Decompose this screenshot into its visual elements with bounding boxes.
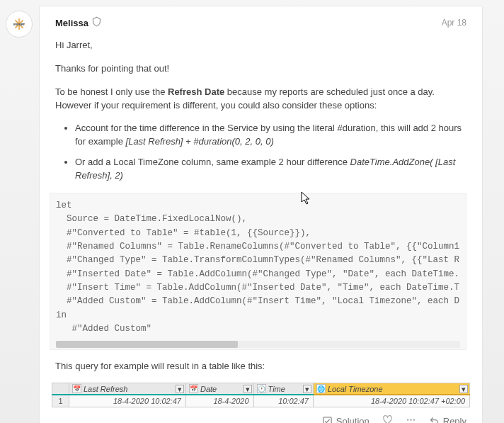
date-type-icon: 📅 (189, 384, 198, 393)
svg-point-3 (407, 419, 409, 422)
cell: 18-4-2020 10:02:47 +02:00 (314, 395, 470, 407)
cell: 18-4-2020 (185, 395, 253, 407)
table-header-row: 📅Last Refresh ▾ 📅Date ▾ 🕐Time ▾ 🌐Local T… (52, 383, 470, 395)
heart-icon (382, 414, 393, 423)
col-time[interactable]: 🕐Time ▾ (253, 383, 313, 395)
code-content: let Source = DateTime.FixedLocalNow(), #… (56, 199, 460, 337)
refresh-date-strong: Refresh Date (168, 86, 224, 97)
text: To be honest I only use the (55, 86, 168, 97)
post-header: Melissa Apr 18 (55, 16, 466, 29)
like-button[interactable] (382, 414, 393, 423)
post-body: Hi Jarret, Thanks for pointing that out!… (55, 39, 466, 407)
code-inline: [Last Refresh] + #duration(0, 2, 0, 0) (126, 136, 274, 147)
cell: 10:02:47 (253, 395, 313, 407)
code-block: let Source = DateTime.FixedLocalNow(), #… (50, 193, 466, 350)
horizontal-scrollbar[interactable] (56, 341, 460, 348)
datetime-type-icon: 📅 (72, 384, 81, 393)
col-date[interactable]: 📅Date ▾ (185, 383, 253, 395)
greeting: Hi Jarret, (55, 39, 466, 52)
col-last-refresh[interactable]: 📅Last Refresh ▾ (69, 383, 186, 395)
col-label: Last Refresh (84, 385, 127, 393)
column-dropdown-icon[interactable]: ▾ (244, 385, 252, 393)
svg-point-5 (413, 419, 415, 422)
scrollbar-thumb[interactable] (56, 341, 238, 348)
col-local-timezone[interactable]: 🌐Local Timezone ▾ (314, 383, 470, 395)
post-date: Apr 18 (442, 18, 466, 28)
list-item: Account for the time difference in the S… (75, 122, 466, 149)
col-label: Local Timezone (328, 385, 383, 393)
thanks-line: Thanks for pointing that out! (55, 62, 466, 76)
column-dropdown-icon[interactable]: ▾ (176, 385, 184, 393)
svg-point-4 (410, 419, 412, 422)
datetimezone-type-icon: 🌐 (316, 384, 326, 393)
solution-label: Solution (336, 416, 370, 423)
result-table-wrap: 📅Last Refresh ▾ 📅Date ▾ 🕐Time ▾ 🌐Local T… (52, 383, 470, 407)
col-label: Date (200, 385, 217, 393)
reply-label: Reply (443, 416, 466, 423)
table-intro: This query for example will result in a … (55, 360, 466, 373)
forum-post: EXPERT Melissa Apr 18 Hi Jarret, Thanks … (39, 6, 483, 423)
author-text: Melissa (55, 18, 88, 28)
svg-text:EXPERT: EXPERT (13, 23, 25, 26)
time-type-icon: 🕐 (257, 384, 266, 393)
column-dropdown-icon[interactable]: ▾ (303, 385, 311, 393)
table-row: 1 18-4-2020 10:02:47 18-4-2020 10:02:47 … (52, 395, 470, 407)
checkbox-checked-icon (322, 416, 333, 423)
reply-button[interactable]: Reply (429, 416, 466, 423)
options-list: Account for the time difference in the S… (75, 122, 466, 182)
col-label: Time (268, 385, 285, 393)
column-dropdown-icon[interactable]: ▾ (459, 385, 468, 393)
solution-button[interactable]: Solution (322, 416, 370, 423)
list-item: Or add a Local TimeZone column, same exa… (75, 156, 466, 183)
row-header-blank (52, 383, 69, 395)
row-number: 1 (52, 395, 69, 407)
verified-shield-icon (91, 16, 102, 29)
result-table: 📅Last Refresh ▾ 📅Date ▾ 🕐Time ▾ 🌐Local T… (52, 383, 470, 407)
author-name[interactable]: Melissa (55, 16, 102, 29)
more-options-button[interactable] (406, 414, 416, 423)
post-footer: Solution Reply (55, 414, 466, 423)
ellipsis-icon (406, 414, 416, 423)
intro-paragraph: To be honest I only use the Refresh Date… (55, 86, 466, 113)
reply-arrow-icon (429, 416, 440, 423)
avatar[interactable]: EXPERT (6, 11, 33, 38)
text: Or add a Local TimeZone column, same exa… (75, 157, 350, 167)
cell: 18-4-2020 10:02:47 (69, 395, 186, 407)
